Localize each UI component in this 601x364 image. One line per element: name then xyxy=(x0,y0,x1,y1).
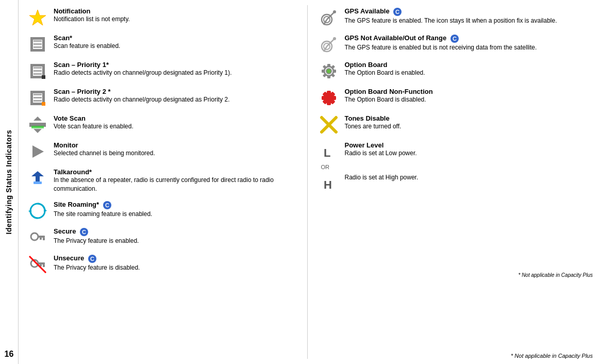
svg-marker-34 xyxy=(28,210,31,214)
scan-icon xyxy=(27,34,48,54)
right-footnote-text: * Not applicable in Capacity Plus xyxy=(318,272,593,278)
site-roaming-desc: The site roaming feature is enabled. xyxy=(54,210,302,219)
site-roaming-icon xyxy=(27,201,48,220)
page-number: 16 xyxy=(0,350,18,359)
unsecure-text: Unsecure C The Privacy feature is disabl… xyxy=(54,254,302,272)
notification-icon xyxy=(27,7,48,27)
option-board-title: Option Board xyxy=(345,61,593,69)
monitor-icon xyxy=(27,141,48,161)
indicator-site-roaming: Site Roaming* C The site roaming feature… xyxy=(27,198,302,222)
svg-rect-6 xyxy=(34,43,42,45)
svg-rect-3 xyxy=(30,37,45,40)
vote-scan-text: Vote Scan Vote scan feature is enabled. xyxy=(54,114,302,131)
gps-available-icon xyxy=(318,7,340,27)
svg-point-37 xyxy=(31,233,38,240)
scan-p1-title: Scan – Priority 1* xyxy=(54,61,302,69)
svg-rect-31 xyxy=(34,181,42,184)
svg-rect-13 xyxy=(34,70,42,72)
capacity-plus-icon-unsecure: C xyxy=(88,254,97,263)
tones-disable-text: Tones Disable Tones are turned off. xyxy=(345,114,593,131)
indicator-power-level: L Power Level Radio is set at Low power. xyxy=(318,139,593,163)
power-level-high-icon: H xyxy=(318,173,340,193)
option-board-nf-text: Option Board Non-Function The Option Boa… xyxy=(345,88,593,104)
sidebar: Identifying Status Indicators 16 xyxy=(0,0,19,364)
gps-available-text: GPS Available C The GPS feature is enabl… xyxy=(345,7,593,25)
secure-title: Secure C xyxy=(54,227,302,237)
indicator-notification: Notification Notification list is not em… xyxy=(27,5,302,29)
capacity-plus-icon-secure: C xyxy=(79,227,89,237)
scan-text: Scan* Scan feature is enabled. xyxy=(54,34,302,51)
svg-marker-26 xyxy=(34,129,42,133)
svg-point-53 xyxy=(333,10,336,13)
svg-marker-30 xyxy=(31,171,44,176)
option-board-text: Option Board The Option Board is enabled… xyxy=(345,61,593,77)
svg-line-52 xyxy=(327,12,334,20)
talkaround-text: Talkaround* In the absence of a repeater… xyxy=(54,168,302,193)
svg-rect-39 xyxy=(43,238,45,240)
svg-text:H: H xyxy=(324,178,332,191)
scan-p1-desc: Radio detects activity on channel/group … xyxy=(54,69,302,77)
svg-rect-27 xyxy=(31,126,44,128)
svg-rect-45 xyxy=(43,264,45,267)
site-roaming-text: Site Roaming* C The site roaming feature… xyxy=(54,201,302,219)
svg-marker-25 xyxy=(34,117,42,121)
indicator-tones-disable: Tones Disable Tones are turned off. xyxy=(318,112,593,136)
vote-scan-desc: Vote scan feature is enabled. xyxy=(54,122,302,131)
bottom-footnote: * Not applicable in Capacity Plus xyxy=(318,351,593,359)
scan-desc: Scan feature is enabled. xyxy=(54,42,302,51)
indicator-gps-available: GPS Available C The GPS feature is enabl… xyxy=(318,5,593,29)
gps-not-available-text: GPS Not Available/Out of Range C The GPS… xyxy=(345,34,593,52)
unsecure-title: Unsecure C xyxy=(54,254,302,263)
svg-rect-44 xyxy=(38,262,45,264)
capacity-plus-icon-gps-na: C xyxy=(450,34,459,43)
svg-rect-12 xyxy=(34,67,42,69)
indicator-monitor: Monitor Selected channel is being monito… xyxy=(27,139,302,163)
option-board-nf-icon xyxy=(318,88,340,107)
svg-rect-20 xyxy=(34,94,42,95)
secure-desc: The Privacy feature is enabled. xyxy=(54,237,302,245)
main-content: Notification Notification list is not em… xyxy=(19,0,601,364)
svg-rect-15 xyxy=(42,75,45,79)
power-level-high-text: Radio is set at High power. xyxy=(345,173,593,182)
capacity-plus-icon-roaming: C xyxy=(103,201,112,210)
svg-rect-23 xyxy=(42,102,45,106)
svg-marker-0 xyxy=(29,10,46,25)
secure-text: Secure C The Privacy feature is enabled. xyxy=(54,227,302,245)
capacity-plus-icon-gps-avail: C xyxy=(393,7,402,16)
scan-p1-text: Scan – Priority 1* Radio detects activit… xyxy=(54,61,302,77)
svg-rect-21 xyxy=(34,97,42,98)
scan-p2-text: Scan – Priority 2 * Radio detects activi… xyxy=(54,88,302,104)
tones-disable-desc: Tones are turned off. xyxy=(345,122,593,131)
vote-scan-title: Vote Scan xyxy=(54,114,302,122)
notification-title: Notification xyxy=(54,7,302,15)
indicator-power-level-high: H Radio is set at High power. xyxy=(318,171,593,195)
indicator-scan-p2: Scan – Priority 2 * Radio detects activi… xyxy=(27,86,302,109)
svg-point-60 xyxy=(333,37,336,40)
notification-text: Notification Notification list is not em… xyxy=(54,7,302,24)
monitor-desc: Selected channel is being monitored. xyxy=(54,149,302,158)
scan-p2-desc: Radio detects activity on channel/group … xyxy=(54,95,302,104)
option-board-desc: The Option Board is enabled. xyxy=(345,69,593,77)
scan-p2-title: Scan – Priority 2 * xyxy=(54,88,302,95)
svg-rect-40 xyxy=(40,238,42,240)
notification-desc: Notification list is not empty. xyxy=(54,15,302,24)
gps-not-available-desc: The GPS feature is enabled but is not re… xyxy=(345,43,593,52)
svg-text:L: L xyxy=(324,146,330,159)
indicator-gps-not-available: GPS Not Available/Out of Range C The GPS… xyxy=(318,32,593,56)
svg-rect-5 xyxy=(34,40,42,42)
svg-marker-28 xyxy=(32,145,44,158)
option-board-nf-desc: The Option Board is disabled. xyxy=(345,95,593,104)
svg-rect-10 xyxy=(30,64,45,67)
option-board-icon xyxy=(318,61,340,80)
scan-title: Scan* xyxy=(54,34,302,42)
svg-text:C: C xyxy=(395,9,399,15)
indicator-unsecure: Unsecure C The Privacy feature is disabl… xyxy=(27,252,302,276)
unsecure-icon xyxy=(27,254,48,274)
svg-text:C: C xyxy=(105,202,109,208)
power-level-low-desc: Radio is set at Low power. xyxy=(345,149,593,158)
scan-p1-icon xyxy=(27,61,48,80)
indicator-talkaround: Talkaround* In the absence of a repeater… xyxy=(27,166,302,195)
svg-text:C: C xyxy=(453,36,457,42)
indicator-scan-p1: Scan – Priority 1* Radio detects activit… xyxy=(27,59,302,82)
monitor-title: Monitor xyxy=(54,141,302,149)
